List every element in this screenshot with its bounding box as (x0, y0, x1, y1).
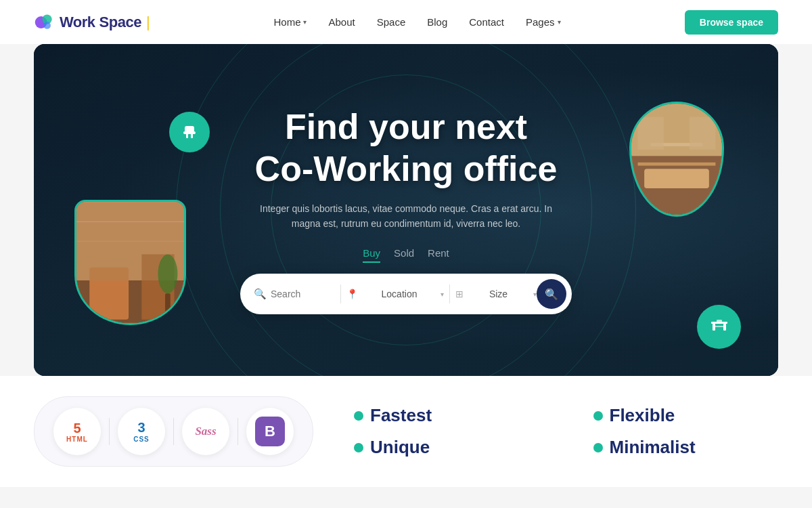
pages-chevron-icon: ▾ (558, 18, 561, 26)
search-button[interactable]: 🔍 (537, 279, 566, 309)
feature-flexible: Flexible (593, 405, 779, 426)
home-chevron-icon: ▾ (303, 18, 307, 26)
flexible-label: Flexible (610, 405, 675, 426)
search-input[interactable] (271, 289, 325, 299)
bootstrap-label: B (265, 423, 275, 440)
feature-minimalist: Minimalist (593, 437, 779, 458)
hero-section: Find your next Co-Working office Integer… (34, 44, 778, 376)
location-dropdown[interactable]: 📍 Location ▾ (346, 289, 444, 299)
css-badge: 3 CSS (118, 408, 165, 455)
nav-about-link[interactable]: About (328, 16, 355, 28)
hero-title-line2: Co-Working office (255, 149, 558, 188)
logo-icon (34, 12, 55, 33)
location-label: Location (362, 289, 436, 299)
nav-blog[interactable]: Blog (427, 16, 447, 28)
unique-dot (354, 443, 363, 452)
nav-home-link[interactable]: Home (273, 16, 300, 28)
hero-content: Find your next Co-Working office Integer… (34, 44, 778, 376)
sass-label: Sass (195, 425, 216, 438)
browse-space-button[interactable]: Browse space (685, 10, 778, 35)
nav-space-link[interactable]: Space (377, 16, 406, 28)
logo-bar: | (146, 14, 150, 31)
nav-about[interactable]: About (328, 16, 355, 28)
bootstrap-icon: B (255, 417, 285, 446)
features-grid: Fastest Flexible Unique Minimalist (354, 405, 778, 458)
nav-blog-link[interactable]: Blog (427, 16, 447, 28)
tech-badges-container: 5 HTML 3 CSS Sass B (34, 396, 313, 467)
nav-contact[interactable]: Contact (469, 16, 504, 28)
hero-tabs: Buy Sold Rent (363, 247, 449, 263)
badge-divider-1 (109, 418, 110, 445)
html-number: 5 (66, 421, 88, 436)
search-section: 🔍 (254, 288, 335, 300)
nav-contact-link[interactable]: Contact (469, 16, 504, 28)
size-dropdown[interactable]: ⊞ Size ▾ (455, 289, 537, 299)
logo-work-text: Work (60, 14, 95, 31)
search-btn-icon: 🔍 (545, 288, 558, 301)
size-icon: ⊞ (455, 289, 464, 299)
feature-unique: Unique (354, 437, 539, 458)
hero-title: Find your next Co-Working office (255, 106, 558, 190)
minimalist-dot (593, 443, 603, 452)
fastest-label: Fastest (370, 405, 432, 426)
fastest-dot (354, 411, 363, 421)
sass-badge: Sass (182, 408, 229, 455)
unique-label: Unique (370, 437, 430, 458)
html-label: HTML (66, 436, 88, 443)
logo[interactable]: WorkSpace| (34, 12, 150, 33)
css-number: 3 (133, 420, 150, 436)
feature-fastest: Fastest (354, 405, 539, 426)
nav-pages-link[interactable]: Pages (526, 16, 555, 28)
navbar: WorkSpace| Home ▾ About Space Blog Conta… (0, 0, 812, 44)
flexible-dot (593, 411, 603, 421)
nav-pages[interactable]: Pages ▾ (526, 16, 561, 28)
hero-subtitle: Integer quis lobortis lacus, vitae commo… (247, 201, 565, 232)
tab-buy[interactable]: Buy (363, 247, 380, 263)
bootstrap-badge: B (246, 408, 294, 455)
size-label: Size (468, 289, 529, 299)
search-divider (340, 284, 341, 303)
css-label: CSS (133, 436, 150, 443)
bottom-section: 5 HTML 3 CSS Sass B Fastest (0, 376, 812, 487)
svg-point-2 (43, 22, 51, 29)
nav-space[interactable]: Space (377, 16, 406, 28)
location-icon: 📍 (346, 289, 358, 299)
minimalist-label: Minimalist (610, 437, 696, 458)
search-icon: 🔍 (254, 288, 267, 300)
badge-divider-3 (238, 418, 238, 445)
html-badge: 5 HTML (53, 408, 101, 455)
search-bar: 🔍 📍 Location ▾ ⊞ Size ▾ 🔍 (240, 274, 572, 314)
location-chevron-icon: ▾ (441, 291, 444, 298)
tab-rent[interactable]: Rent (428, 247, 449, 263)
search-divider-2 (449, 284, 450, 303)
logo-space-text: Space (99, 14, 141, 31)
hero-title-line1: Find your next (285, 107, 527, 146)
tab-sold[interactable]: Sold (394, 247, 414, 263)
badge-divider-2 (173, 418, 174, 445)
nav-home[interactable]: Home ▾ (273, 16, 307, 28)
nav-links: Home ▾ About Space Blog Contact Pages ▾ (273, 16, 560, 28)
